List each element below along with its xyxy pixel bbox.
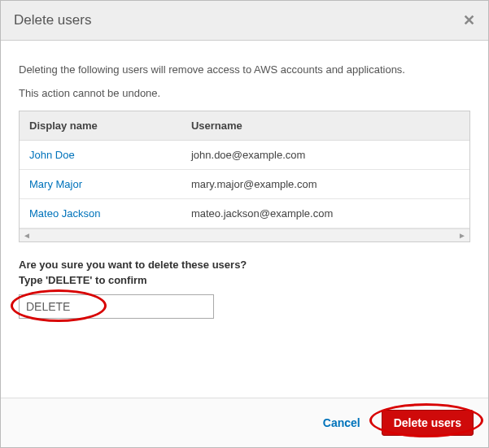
- modal-header: Delete users ✕: [1, 1, 488, 41]
- user-link[interactable]: John Doe: [29, 149, 75, 161]
- close-icon[interactable]: ✕: [463, 13, 475, 28]
- delete-users-modal: Delete users ✕ Deleting the following us…: [0, 0, 489, 448]
- modal-body: Deleting the following users will remove…: [1, 41, 488, 398]
- user-username: john.doe@example.com: [181, 141, 469, 170]
- col-username: Username: [181, 111, 469, 141]
- cancel-button[interactable]: Cancel: [315, 411, 369, 434]
- confirm-question: Are you sure you want to delete these us…: [19, 259, 470, 271]
- modal-title: Delete users: [14, 12, 91, 28]
- table-row: Mateo Jackson mateo.jackson@example.com: [20, 199, 469, 228]
- col-display-name: Display name: [20, 111, 181, 141]
- confirm-input[interactable]: [19, 294, 214, 319]
- user-link[interactable]: Mateo Jackson: [29, 207, 100, 220]
- table-row: John Doe john.doe@example.com: [20, 141, 469, 170]
- users-table-wrap: Display name Username John Doe john.doe@…: [19, 111, 470, 242]
- warning-text-1: Deleting the following users will remove…: [19, 63, 470, 76]
- scroll-left-icon: ◄: [23, 231, 31, 240]
- delete-users-button[interactable]: Delete users: [382, 410, 474, 436]
- user-username: mary.major@example.com: [181, 170, 469, 199]
- modal-footer: Cancel Delete users: [1, 398, 488, 447]
- table-row: Mary Major mary.major@example.com: [20, 170, 469, 199]
- users-table: Display name Username John Doe john.doe@…: [20, 111, 469, 228]
- confirm-input-wrap: [19, 294, 214, 319]
- confirm-instruction: Type 'DELETE' to confirm: [19, 274, 470, 286]
- scroll-right-icon: ►: [458, 231, 466, 240]
- user-link[interactable]: Mary Major: [29, 178, 82, 190]
- confirm-block: Are you sure you want to delete these us…: [19, 259, 470, 319]
- horizontal-scrollbar[interactable]: ◄ ►: [20, 228, 469, 241]
- user-username: mateo.jackson@example.com: [181, 199, 469, 228]
- warning-text-2: This action cannot be undone.: [19, 87, 470, 99]
